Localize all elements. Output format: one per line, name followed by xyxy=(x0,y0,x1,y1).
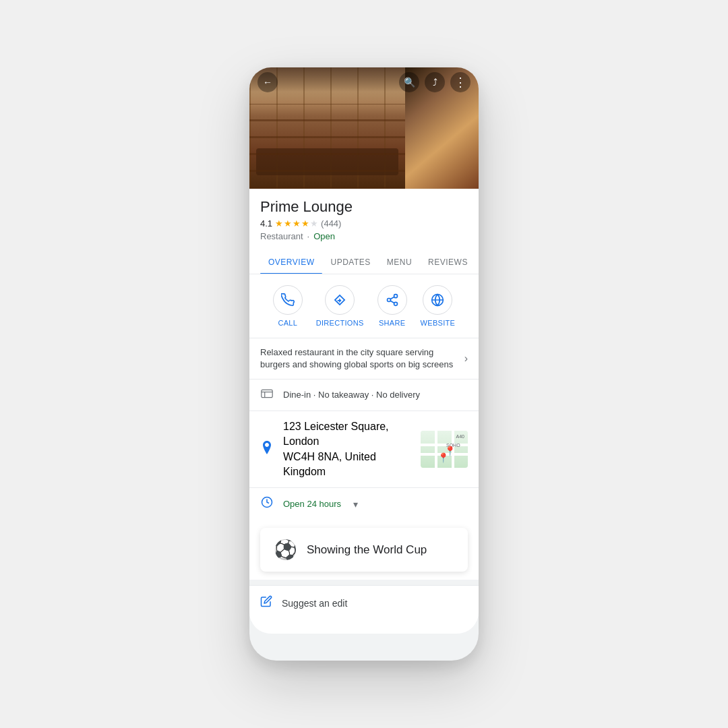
description-arrow: › xyxy=(464,353,468,365)
back-button[interactable]: ← xyxy=(257,72,278,92)
tab-overview[interactable]: OVERVIEW xyxy=(260,251,322,274)
call-label: CALL xyxy=(278,319,297,327)
website-label: WEBSITE xyxy=(421,319,456,327)
hero-images: ← 🔍 ⤴ ⋮ xyxy=(249,67,479,189)
tab-photos[interactable]: PHOTOS xyxy=(476,251,479,274)
more-button[interactable]: ⋮ xyxy=(450,72,471,92)
share-action-button[interactable]: SHARE xyxy=(377,285,407,327)
phone-screen: ← 🔍 ⤴ ⋮ Prime Lounge xyxy=(249,67,479,634)
category-separator: · xyxy=(307,231,310,241)
website-icon xyxy=(431,293,444,307)
category-label: Restaurant xyxy=(260,231,303,241)
tab-reviews[interactable]: REVIEWS xyxy=(420,251,476,274)
tab-menu[interactable]: MENU xyxy=(379,251,420,274)
place-info: Prime Lounge 4.1 ★ ★ ★ ★ ★ (444) Restaur… xyxy=(249,189,479,251)
hours-row[interactable]: Open 24 hours ▾ xyxy=(249,487,479,520)
call-icon-circle xyxy=(273,285,303,315)
share-button[interactable]: ⤴ xyxy=(425,72,445,92)
svg-line-4 xyxy=(390,297,394,299)
address-text: 123 Leicester Square, London WC4H 8NA, U… xyxy=(283,419,411,480)
address-line1: 123 Leicester Square, London xyxy=(283,419,411,450)
edit-icon xyxy=(260,595,272,611)
service-options-text: Dine-in · No takeaway · No delivery xyxy=(283,389,468,401)
rating-row: 4.1 ★ ★ ★ ★ ★ (444) xyxy=(260,218,468,229)
map-label-a40: A40 xyxy=(456,434,464,439)
service-options-row: Dine-in · No takeaway · No delivery xyxy=(249,379,479,411)
star-4: ★ xyxy=(301,218,309,229)
website-icon-circle xyxy=(423,285,452,315)
description-text: Relaxed restaurant in the city square se… xyxy=(260,346,455,371)
stars: ★ ★ ★ ★ ★ xyxy=(275,218,318,229)
star-2: ★ xyxy=(284,218,292,229)
world-cup-card[interactable]: ⚽ Showing the World Cup xyxy=(260,528,468,572)
phone-frame: ← 🔍 ⤴ ⋮ Prime Lounge xyxy=(249,67,479,661)
website-button[interactable]: WEBSITE xyxy=(421,285,456,327)
svg-line-3 xyxy=(390,301,394,303)
search-button[interactable]: 🔍 xyxy=(399,72,419,92)
tabs-row: OVERVIEW UPDATES MENU REVIEWS PHOTOS xyxy=(249,251,479,274)
share-icon xyxy=(386,293,399,307)
section-divider xyxy=(249,580,479,585)
call-icon xyxy=(281,293,295,307)
directions-button[interactable]: DIRECTIONS xyxy=(316,285,364,327)
description-row[interactable]: Relaxed restaurant in the city square se… xyxy=(249,338,479,379)
svg-rect-7 xyxy=(262,390,272,397)
address-line2: WC4H 8NA, United Kingdom xyxy=(283,450,411,480)
top-nav: ← 🔍 ⤴ ⋮ xyxy=(249,67,479,97)
call-button[interactable]: CALL xyxy=(273,285,303,327)
world-cup-text: Showing the World Cup xyxy=(307,543,427,557)
clock-icon xyxy=(260,496,274,512)
review-count: (444) xyxy=(321,218,341,229)
dine-icon xyxy=(260,388,274,402)
place-name: Prime Lounge xyxy=(260,198,468,216)
bottom-space xyxy=(249,620,479,634)
share-icon: ⤴ xyxy=(433,77,437,88)
directions-icon xyxy=(333,293,346,307)
star-5: ★ xyxy=(310,218,318,229)
tab-updates[interactable]: UPDATES xyxy=(322,251,378,274)
category-row: Restaurant · Open xyxy=(260,231,468,251)
location-icon xyxy=(260,441,274,458)
directions-icon-circle xyxy=(325,285,355,315)
action-buttons: CALL DIRECTIONS SHARE xyxy=(249,274,479,338)
soccer-ball-icon: ⚽ xyxy=(274,539,297,561)
map-pin-2: 📍 xyxy=(437,452,449,463)
suggest-edit-row[interactable]: Suggest an edit xyxy=(249,585,479,620)
star-1: ★ xyxy=(275,218,283,229)
info-section: Relaxed restaurant in the city square se… xyxy=(249,338,479,520)
open-status: Open xyxy=(313,231,335,241)
share-icon-circle xyxy=(377,285,407,315)
star-3: ★ xyxy=(293,218,301,229)
share-label: SHARE xyxy=(379,319,405,327)
rating-number: 4.1 xyxy=(260,218,272,229)
more-icon: ⋮ xyxy=(454,75,466,90)
search-icon: 🔍 xyxy=(404,77,415,88)
directions-label: DIRECTIONS xyxy=(316,319,364,327)
map-thumbnail[interactable]: A40 SOHO 📍 📍 xyxy=(421,431,468,468)
hours-chevron[interactable]: ▾ xyxy=(353,499,358,510)
hours-status: Open 24 hours xyxy=(283,499,341,509)
address-row[interactable]: 123 Leicester Square, London WC4H 8NA, U… xyxy=(249,411,479,488)
suggest-edit-text: Suggest an edit xyxy=(282,598,347,609)
